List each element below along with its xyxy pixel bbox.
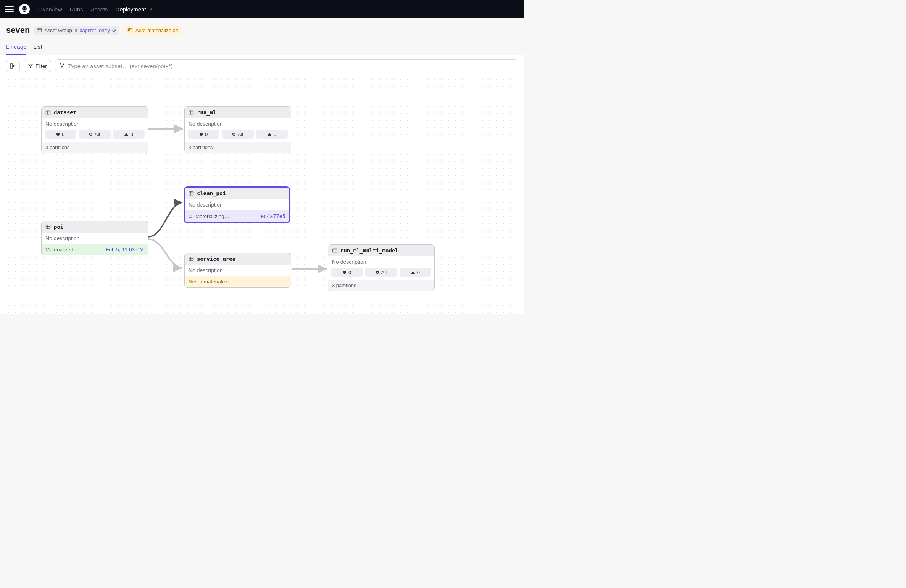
table-icon (37, 27, 42, 33)
asset-node-header: run_ml_multi_model (328, 245, 434, 256)
asset-node-header: service_area (185, 253, 291, 265)
status-materializing: Materializing… ec4a77e5 (185, 210, 289, 222)
dagster-logo[interactable] (19, 4, 30, 14)
svg-rect-16 (189, 191, 193, 195)
materialized-timestamp[interactable]: Feb 5, 11:03 PM (106, 247, 144, 252)
partitions-count: 3 partitions (185, 142, 291, 153)
lineage-canvas[interactable]: dataset No description 0 All 0 3 partiti… (0, 77, 524, 314)
asset-desc: No description (328, 256, 434, 268)
asset-node-run-ml[interactable]: run_ml No description 0 All 0 3 partitio… (184, 106, 291, 153)
asset-name: run_ml (197, 109, 216, 116)
svg-rect-13 (46, 225, 50, 229)
top-nav: Overview Runs Assets Deployment ⚠ (0, 0, 524, 18)
asset-name: run_ml_multi_model (340, 247, 398, 254)
table-icon (45, 224, 51, 230)
filter-icon (28, 63, 33, 69)
graph-icon (59, 63, 65, 70)
tab-list[interactable]: List (33, 43, 42, 55)
asset-node-header: dataset (42, 107, 148, 118)
partition-pills: 0 All 0 (328, 268, 434, 280)
filter-button-label: Filter (35, 63, 47, 69)
svg-rect-7 (46, 111, 50, 114)
asset-name: dataset (54, 109, 76, 116)
nav-links: Overview Runs Assets Deployment ⚠ (38, 6, 154, 13)
pill-filled[interactable]: 0 (45, 130, 76, 139)
table-icon (189, 110, 194, 115)
svg-rect-10 (189, 111, 193, 114)
asset-name: service_area (197, 256, 235, 262)
partitions-count: 3 partitions (42, 142, 148, 153)
asset-node-run-ml-multi-model[interactable]: run_ml_multi_model No description 0 All … (328, 244, 435, 291)
asset-node-header: poi (42, 221, 148, 233)
pill-tri[interactable]: 0 (256, 130, 288, 139)
tab-lineage[interactable]: Lineage (6, 43, 26, 55)
asset-node-header: run_ml (185, 107, 291, 118)
pill-tri[interactable]: 0 (400, 268, 431, 277)
nav-overview[interactable]: Overview (38, 6, 62, 13)
partition-pills: 0 All 0 (185, 130, 291, 142)
asset-node-poi[interactable]: poi No description Materialized Feb 5, 1… (41, 221, 148, 255)
toggle-off-icon (127, 28, 133, 32)
asset-desc: No description (185, 265, 291, 276)
search-wrap (55, 59, 517, 72)
run-id-link[interactable]: ec4a77e5 (261, 213, 285, 219)
asset-group-chip-prefix: Asset Group in (44, 27, 77, 33)
asset-subset-input[interactable] (55, 59, 517, 72)
panel-icon (10, 63, 16, 69)
code-location-link[interactable]: dagster_entry (79, 27, 110, 33)
tabs: Lineage List (6, 43, 517, 55)
page-title: seven (6, 25, 30, 35)
asset-node-dataset[interactable]: dataset No description 0 All 0 3 partiti… (41, 106, 148, 153)
pill-open[interactable]: All (365, 268, 397, 277)
toolbar: Filter (0, 55, 524, 77)
asset-node-clean-poi[interactable]: clean_poi No description Materializing… … (184, 186, 290, 223)
page-header: seven Asset Group in dagster_entry ⟳ Aut… (0, 18, 524, 55)
asset-desc: No description (185, 199, 289, 210)
status-never-materialized: Never materialized (185, 276, 291, 287)
svg-rect-19 (189, 257, 193, 261)
nav-runs[interactable]: Runs (70, 6, 83, 13)
asset-node-header: clean_poi (185, 188, 289, 199)
asset-node-service-area[interactable]: service_area No description Never materi… (184, 253, 291, 288)
filter-button[interactable]: Filter (24, 60, 51, 72)
pill-filled[interactable]: 0 (331, 268, 363, 277)
table-icon (45, 110, 51, 115)
reload-icon[interactable]: ⟳ (112, 27, 116, 33)
pill-filled[interactable]: 0 (188, 130, 219, 139)
pill-open[interactable]: All (222, 130, 253, 139)
warning-icon: ⚠ (149, 7, 154, 13)
table-icon (189, 191, 194, 196)
spinner-icon (189, 214, 192, 218)
pill-open[interactable]: All (79, 130, 110, 139)
auto-materialize-chip[interactable]: Auto-materialize off (123, 26, 182, 35)
nav-deployment-label: Deployment (116, 6, 146, 13)
asset-name: clean_poi (197, 190, 226, 196)
nav-deployment[interactable]: Deployment ⚠ (116, 6, 154, 13)
partitions-count: 3 partitions (328, 280, 434, 291)
svg-rect-3 (11, 64, 12, 68)
auto-materialize-label: Auto-materialize off (135, 27, 178, 33)
asset-desc: No description (42, 233, 148, 244)
pill-tri[interactable]: 0 (113, 130, 145, 139)
expand-panel-button[interactable] (6, 60, 20, 72)
svg-rect-0 (37, 28, 42, 32)
partition-pills: 0 All 0 (42, 130, 148, 142)
asset-desc: No description (42, 118, 148, 130)
table-icon (189, 256, 194, 262)
asset-group-chip: Asset Group in dagster_entry ⟳ (34, 26, 119, 35)
menu-icon[interactable] (5, 5, 14, 14)
status-materialized: Materialized Feb 5, 11:03 PM (42, 244, 148, 255)
svg-rect-22 (332, 249, 337, 252)
asset-desc: No description (185, 118, 291, 130)
asset-name: poi (54, 224, 63, 230)
table-icon (332, 248, 337, 253)
nav-assets[interactable]: Assets (91, 6, 108, 13)
